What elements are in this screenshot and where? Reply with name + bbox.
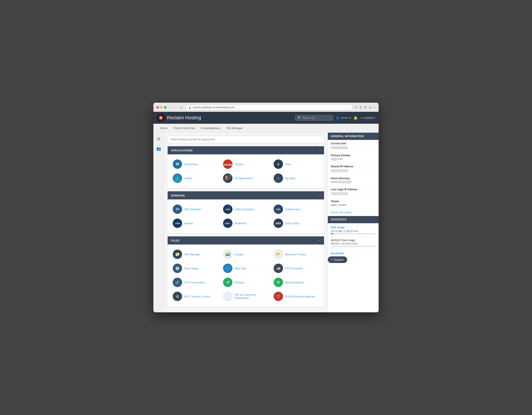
my-apps-item[interactable]: ☆ My Apps [272,172,321,184]
grav-item[interactable]: ⚙ Grav [272,158,321,170]
user-icon: 👤 [336,116,339,119]
directory-privacy-item[interactable]: 📂 Directory Privacy [272,248,321,260]
user-menu[interactable]: 👤 •••••••• ▾ [336,116,351,119]
logo-area: Reclaim Hosting [157,114,201,122]
scalar-label: Scalar [184,177,192,180]
all-applications-item[interactable]: All Applications [221,172,270,184]
chevron-down-icon: ▾ [350,116,351,119]
backup-wizard-item[interactable]: ⟳ Backup Wizard [272,276,321,288]
backup-item[interactable]: ↺ Backup [221,276,270,288]
ftp-connections-item[interactable]: 🔗 FTP Connections [171,276,220,288]
omeka-item[interactable]: omeka Omeka [221,158,270,170]
nav-portal[interactable]: Portal Client Area [171,124,198,132]
new-tab-button[interactable]: ⊡ [369,106,371,109]
file-manager-item[interactable]: 📁 File Manager [171,248,220,260]
files-label: FILES [171,239,179,242]
r1soft-icon: 🛡 [274,292,283,301]
domains-collapse-button[interactable]: − [319,193,321,197]
backup-label: Backup [235,281,244,284]
theme-value: paper_lantern [331,203,376,206]
applications-label: APPLICATIONS [171,149,193,152]
browser-traffic-lights [156,106,167,109]
aliases-icon: .com [173,219,182,228]
username-label: •••••••• [341,116,348,119]
applications-header: APPLICATIONS − [168,146,324,154]
files-collapse-button[interactable]: − [319,239,321,242]
svg-text:💿: 💿 [175,266,180,270]
notification-bell-icon[interactable]: 🔔 [353,116,358,120]
zone-editor-icon: DNS [274,219,283,228]
home-dir-value: /home/ [331,181,376,183]
svg-text:🛡: 🛡 [277,295,280,298]
applications-collapse-button[interactable]: − [319,148,321,152]
web-disk-label: Web Disk [235,267,246,270]
current-user-value [331,146,348,149]
address-bar[interactable]: 🔒 cpanel.yolatengo.reclaimhosting.com [186,105,352,110]
disk-usage-stat: Disk Usage 114.12 MB / 2 GB (5.57%) [328,223,379,237]
images-item[interactable]: Images [221,248,270,260]
global-search[interactable]: 🔍 Search (/) [295,115,333,121]
subdomains-item[interactable]: sub. Subdomains [272,203,321,215]
wordpress-item[interactable]: W WordPress [171,158,220,170]
disk-usage-item[interactable]: 💿 Disk Usage [171,262,220,274]
svg-point-33 [228,252,230,254]
svg-text:🌐: 🌐 [226,266,230,270]
forward-button[interactable]: › [174,105,177,109]
web-disk-item[interactable]: 🌐 Web Disk [221,262,270,274]
maximize-dot[interactable] [164,106,167,109]
bandwidth-link[interactable]: Bandwidth [331,252,344,255]
minimize-dot[interactable] [160,106,163,109]
download-button[interactable]: ⬇ [359,106,362,109]
nav-filemanager[interactable]: File Manager [224,124,245,132]
omeka-icon: omeka [223,159,232,169]
git-icon: ⚙ [173,292,182,301]
primary-domain-value: .com [331,157,376,161]
right-sidebar: GENERAL INFORMATION Current User Primary… [328,133,379,312]
back-button[interactable]: ‹ [169,105,172,109]
redirects-item[interactable]: .com⊖ Redirects [221,217,270,229]
ftp-accounts-label: FTP Accounts [285,267,302,270]
svg-text:📂: 📂 [276,252,281,257]
function-search-input[interactable] [167,136,324,143]
close-dot[interactable] [156,106,159,109]
support-area: ? Support [328,259,379,270]
add-tab-button[interactable]: + [374,106,376,109]
refresh-button[interactable]: ↺ [354,106,357,109]
logo-dot [160,117,162,119]
r1soft-item[interactable]: 🛡 R1Soft Restore Backups [272,290,321,302]
ftp-accounts-icon: 🚚 [274,264,283,273]
svg-text:✉: ✉ [176,207,179,211]
zone-editor-item[interactable]: DNS Zone Editor [272,217,321,229]
ftp-accounts-item[interactable]: 🚚 FTP Accounts [272,262,321,274]
wordpress-icon: W [173,159,182,169]
users-icon[interactable]: 👥 [155,145,163,153]
grid-icon[interactable]: ⊞ [155,135,162,143]
backup-icon: ↺ [223,278,232,287]
nav-home[interactable]: Home [158,124,170,132]
mysql-label: MySQL® Disk Usage [331,239,376,242]
support-button[interactable]: ? Support [328,256,347,263]
disk-usage-link[interactable]: Disk Usage [331,226,345,229]
window-button[interactable]: ⊡ [179,105,184,109]
share-button[interactable]: ⬆ [364,106,367,109]
top-navigation: Reclaim Hosting 🔍 Search (/) 👤 •••••••• … [153,112,379,124]
redirects-icon: .com⊖ [223,219,232,228]
site-publisher-icon: ✉ [173,204,182,214]
svg-text:⟳: ⟳ [276,280,280,285]
server-information-link[interactable]: Server Information [328,209,379,216]
logout-icon: ↩ [360,116,363,119]
scalar-item[interactable]: Scalar [171,172,220,184]
git-version-control-item[interactable]: ⚙ Git™ Version Control [171,290,220,302]
app-container: Reclaim Hosting 🔍 Search (/) 👤 •••••••• … [153,112,379,312]
nav-knowledgebase[interactable]: Knowledgebase [199,124,223,132]
browser-chrome: ‹ › ⊡ 🔒 cpanel.yolatengo.reclaimhosting.… [153,103,379,112]
aliases-item[interactable]: .com Aliases [171,217,220,229]
file-restore-item[interactable]: 📄 File and Directory Restoration [221,290,270,302]
scalar-icon [173,174,182,183]
logout-button[interactable]: ↩ LOGOUT [360,116,375,119]
svg-text:📄: 📄 [226,294,230,299]
disk-usage-icon: 💿 [173,264,182,273]
site-publisher-item[interactable]: ✉ Site Publisher [171,203,220,215]
addon-domains-item[interactable]: .com+ Addon Domains [221,203,270,215]
disk-usage-value: 114.12 MB / 2 GB (5.57%) [331,230,376,232]
